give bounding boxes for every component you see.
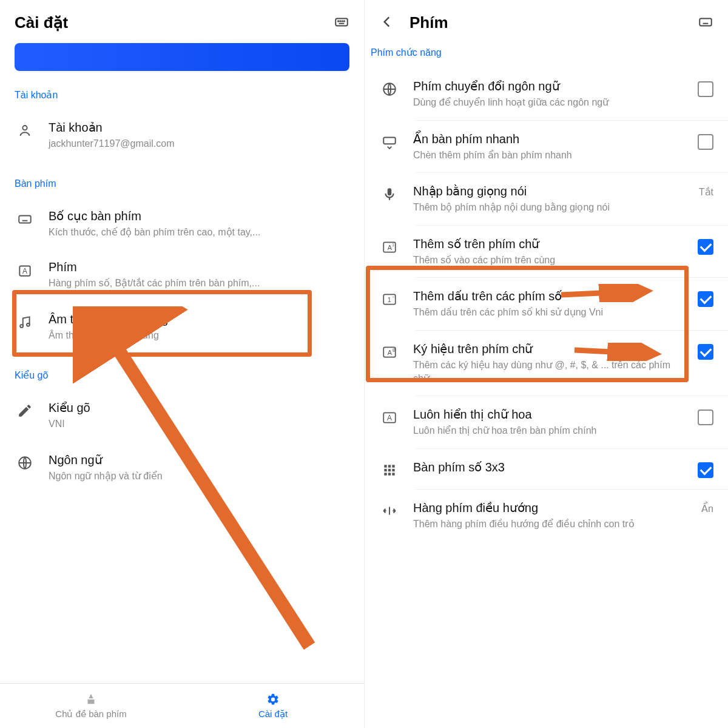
lang-title: Phím chuyển đổi ngôn ngữ xyxy=(413,79,679,93)
keyboard-layout-icon xyxy=(15,211,35,227)
svg-text:1: 1 xyxy=(392,243,394,247)
navrow-title: Hàng phím điều hướng xyxy=(413,500,683,515)
music-note-icon xyxy=(15,314,35,330)
language-sub: Ngôn ngữ nhập và từ điển xyxy=(49,470,349,483)
keys-panel: Phím Phím chức năng Phím chuyển đổi ngôn… xyxy=(364,0,728,728)
item-num-on-letter[interactable]: A1 Thêm số trên phím chữ Thêm số vào các… xyxy=(365,226,728,278)
item-layout[interactable]: Bố cục bàn phím Kích thước, chế độ bàn p… xyxy=(0,198,364,250)
language-title: Ngôn ngữ xyxy=(49,453,349,467)
svg-rect-37 xyxy=(384,473,386,475)
item-accent-on-num[interactable]: 1~ Thêm dấu trên các phím số Thêm dấu tr… xyxy=(365,278,728,330)
svg-rect-7 xyxy=(19,215,31,223)
item-navrow[interactable]: Hàng phím điều hướng Thêm hàng phím điều… xyxy=(365,490,728,542)
checkbox-upper[interactable] xyxy=(698,410,713,425)
keys-sub: Hàng phím số, Bật/tắt các phím trên bàn … xyxy=(49,277,349,290)
mic-icon xyxy=(379,186,400,202)
item-voice-input[interactable]: Nhập bằng giọng nói Thêm bộ phím nhập nộ… xyxy=(365,173,728,225)
svg-rect-32 xyxy=(388,465,391,467)
pencil-icon xyxy=(15,403,35,419)
svg-rect-38 xyxy=(388,473,391,475)
item-typing[interactable]: Kiểu gõ VNI xyxy=(0,389,364,442)
svg-point-3 xyxy=(342,21,342,21)
header: Phím xyxy=(365,0,728,43)
page-title: Cài đặt xyxy=(15,13,68,32)
keyboard-icon[interactable] xyxy=(698,14,713,32)
hide-keyboard-icon xyxy=(379,134,400,150)
item-hide-keyboard[interactable]: Ẩn bàn phím nhanh Chèn thêm phím ẩn bàn … xyxy=(365,121,728,173)
svg-point-13 xyxy=(27,323,30,326)
key-a-icon: A xyxy=(15,263,35,278)
typing-sub: VNI xyxy=(49,417,349,431)
hide-title: Ẩn bàn phím nhanh xyxy=(413,132,679,146)
navrow-sub: Thêm hàng phím điều hướng để điều chỉnh … xyxy=(413,517,683,531)
svg-rect-16 xyxy=(699,18,712,25)
checkbox-hide[interactable] xyxy=(698,134,713,150)
navrow-icon xyxy=(379,503,400,519)
sound-title: Âm thanh và hiệu ứng xyxy=(49,312,349,326)
item-numpad3x3[interactable]: Bàn phím số 3x3 xyxy=(365,449,728,489)
nav-theme-label: Chủ đề bàn phím xyxy=(55,709,126,720)
uppercase-a-icon: A xyxy=(379,410,400,425)
numletter-title: Thêm số trên phím chữ xyxy=(413,237,679,251)
keyboard-icon[interactable] xyxy=(334,14,349,32)
svg-text:~: ~ xyxy=(392,294,395,300)
keys-title: Phím xyxy=(49,260,349,274)
svg-rect-31 xyxy=(384,465,386,467)
typing-title: Kiểu gõ xyxy=(49,400,349,415)
nav-settings[interactable]: Cài đặt xyxy=(182,684,364,728)
checkbox-accentnum[interactable] xyxy=(698,291,713,307)
checkbox-numletter[interactable] xyxy=(698,239,713,255)
svg-text:@: @ xyxy=(392,348,396,352)
symbols-title: Ký hiệu trên phím chữ xyxy=(413,342,679,356)
svg-text:A: A xyxy=(22,268,27,276)
svg-rect-36 xyxy=(392,469,394,471)
section-keyboard: Bàn phím xyxy=(0,172,364,198)
svg-point-4 xyxy=(344,21,345,21)
navrow-trail: Ẩn xyxy=(701,503,713,514)
account-title: Tài khoản xyxy=(49,120,349,135)
checkbox-symbols[interactable] xyxy=(698,344,713,360)
svg-rect-0 xyxy=(335,18,348,25)
voice-trail: Tắt xyxy=(699,186,713,198)
svg-rect-33 xyxy=(392,465,394,467)
accentnum-title: Thêm dấu trên các phím số xyxy=(413,289,679,303)
nav-settings-label: Cài đặt xyxy=(258,709,288,720)
banner[interactable] xyxy=(15,43,349,71)
checkbox-lang[interactable] xyxy=(698,81,713,97)
numpad-title: Bàn phím số 3x3 xyxy=(413,460,679,474)
svg-text:A: A xyxy=(387,414,392,423)
svg-rect-19 xyxy=(383,137,396,144)
symbols-sub: Thêm các ký hiệu hay dùng như @, #, $, &… xyxy=(413,359,679,385)
globe-icon xyxy=(15,455,35,471)
a1-icon: A1 xyxy=(379,239,400,255)
one-tilde-icon: 1~ xyxy=(379,291,400,307)
page-title: Phím xyxy=(410,13,448,32)
section-typing: Kiểu gõ xyxy=(0,363,364,389)
item-keys[interactable]: A Phím Hàng phím số, Bật/tắt các phím tr… xyxy=(0,249,364,301)
account-sub: jackhunter71197@gmail.com xyxy=(49,137,349,150)
a-at-icon: A@ xyxy=(379,344,400,360)
item-account[interactable]: Tài khoản jackhunter71197@gmail.com xyxy=(0,109,364,161)
upper-sub: Luôn hiển thị chữ hoa trên bàn phím chín… xyxy=(413,424,679,437)
item-language-switch[interactable]: Phím chuyển đổi ngôn ngữ Dùng để chuyển … xyxy=(365,68,728,120)
item-language[interactable]: Ngôn ngữ Ngôn ngữ nhập và từ điển xyxy=(0,442,364,494)
lang-sub: Dùng để chuyển linh hoạt giữa các ngôn n… xyxy=(413,96,679,109)
back-icon[interactable] xyxy=(379,14,395,32)
checkbox-numpad[interactable] xyxy=(698,462,713,478)
svg-point-1 xyxy=(338,21,339,21)
layout-sub: Kích thước, chế độ bàn phím trên cao, mộ… xyxy=(49,226,349,239)
item-uppercase[interactable]: A Luôn hiển thị chữ hoa Luôn hiển thị ch… xyxy=(365,396,728,448)
svg-point-6 xyxy=(22,126,27,130)
section-account: Tài khoản xyxy=(0,83,364,109)
globe-icon xyxy=(379,81,400,97)
grid-icon xyxy=(379,462,400,478)
section-function-keys: Phím chức năng xyxy=(365,43,728,68)
item-symbols[interactable]: A@ Ký hiệu trên phím chữ Thêm các ký hiệ… xyxy=(365,331,728,396)
svg-rect-39 xyxy=(392,473,394,475)
item-sound[interactable]: Âm thanh và hiệu ứng Âm thanh, rung, hiệ… xyxy=(0,301,364,353)
settings-panel: Cài đặt Tài khoản Tài khoản jackhunter71… xyxy=(0,0,364,728)
svg-text:1: 1 xyxy=(388,297,391,304)
voice-title: Nhập bằng giọng nói xyxy=(413,184,681,198)
numletter-sub: Thêm số vào các phím trên cùng xyxy=(413,254,679,267)
nav-theme[interactable]: Chủ đề bàn phím xyxy=(0,684,182,728)
